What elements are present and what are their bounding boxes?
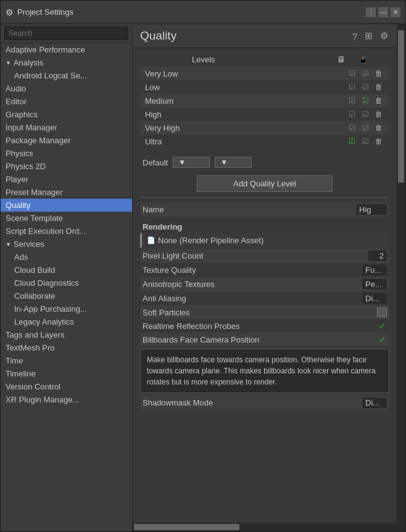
sidebar-item-editor[interactable]: Editor <box>1 95 132 108</box>
property-label: Shadowmask Mode <box>143 398 362 407</box>
default-row: Default ▼ ▼ <box>140 154 389 170</box>
add-quality-level-button[interactable]: Add Quality Level <box>197 175 333 192</box>
panel-header: Quality ? ⊞ ⚙ <box>133 24 397 48</box>
delete-quality-button[interactable]: 🗑 <box>373 95 384 106</box>
sidebar-item-android-logcat[interactable]: Android Logcat Se... <box>1 69 132 82</box>
sidebar-search-input[interactable] <box>4 27 128 40</box>
delete-quality-button[interactable]: 🗑 <box>373 81 384 93</box>
sidebar-item-analysis[interactable]: ▼ Analysis <box>1 56 132 69</box>
dropdown-arrow: ▼ <box>178 158 186 167</box>
sidebar-item-script-execution[interactable]: Script Execution Ord... <box>1 225 132 238</box>
scroll-thumb-horizontal <box>134 524 239 530</box>
quality-checks: ☑ ☑ 🗑 <box>346 81 387 93</box>
sidebar-item-timeline[interactable]: Timeline <box>1 367 132 380</box>
name-value: Hig <box>356 204 387 215</box>
sidebar-item-input-manager[interactable]: Input Manager <box>1 121 132 134</box>
divider <box>140 197 389 197</box>
default-label: Default <box>143 158 168 167</box>
sidebar-item-time[interactable]: Time <box>1 354 132 367</box>
close-button[interactable]: ✕ <box>391 7 400 17</box>
sidebar-item-ads[interactable]: Ads <box>1 251 132 264</box>
soft-particles-checkbox[interactable] <box>377 307 387 317</box>
render-pipeline-row[interactable]: 📄 None (Render Pipeline Asset) <box>140 233 389 247</box>
delete-quality-button[interactable]: 🗑 <box>373 109 384 120</box>
property-value: Di... <box>362 293 387 304</box>
property-value: 2 <box>368 251 387 261</box>
property-label: Soft Particles <box>143 308 377 317</box>
sidebar-item-physics[interactable]: Physics <box>1 147 132 160</box>
desktop-check-icon: ☑ <box>346 109 357 120</box>
default-dropdowns: ▼ ▼ <box>173 157 252 168</box>
realtime-reflection-checkbox[interactable] <box>377 321 387 331</box>
property-value: Pe... <box>362 279 387 289</box>
sidebar-item-in-app-purchasing[interactable]: In-App Purchasing... <box>1 302 132 315</box>
sidebar-item-legacy-analytics[interactable]: Legacy Analytics <box>1 315 132 328</box>
quality-row-ultra: Ultra ☑ ☑ 🗑 <box>140 135 389 148</box>
delete-quality-button[interactable]: 🗑 <box>373 136 384 147</box>
mobile-platform-icon: 📱 <box>358 54 368 64</box>
delete-quality-button[interactable]: 🗑 <box>373 68 384 79</box>
sidebar-item-xr-plugin[interactable]: XR Plugin Manage... <box>1 393 132 406</box>
settings-icon-button[interactable]: ⚙ <box>379 29 389 43</box>
horizontal-scrollbar[interactable] <box>133 523 397 531</box>
sidebar-item-analysis-label: Analysis <box>14 58 43 67</box>
billboards-checkbox[interactable] <box>377 335 387 344</box>
sidebar-item-preset-manager[interactable]: Preset Manager <box>1 186 132 199</box>
quality-level-name: Medium <box>143 96 346 106</box>
property-row-anisotropic: Anisotropic Textures Pe... <box>140 277 389 291</box>
default-mobile-dropdown[interactable]: ▼ <box>215 157 252 168</box>
content-area: Adaptive Performance ▼ Analysis Android … <box>1 24 405 531</box>
sidebar: Adaptive Performance ▼ Analysis Android … <box>1 24 133 531</box>
sidebar-item-package-manager[interactable]: Package Manager <box>1 134 132 147</box>
sidebar-item-player[interactable]: Player <box>1 173 132 186</box>
quality-row-very-high: Very High ☑ ☑ 🗑 <box>140 121 389 135</box>
quality-level-name: Very Low <box>143 69 346 78</box>
quality-levels-table: Very Low ☑ ☑ 🗑 Low ☑ <box>140 67 389 148</box>
sidebar-item-cloud-build[interactable]: Cloud Build <box>1 264 132 276</box>
layout-icon-button[interactable]: ⊞ <box>363 29 374 43</box>
sidebar-item-tags-layers[interactable]: Tags and Layers <box>1 328 132 341</box>
sidebar-item-audio[interactable]: Audio <box>1 82 132 95</box>
panel-title: Quality <box>140 29 176 43</box>
property-label: Realtime Reflection Probes <box>143 322 377 331</box>
menu-button[interactable]: ⋮ <box>366 7 376 17</box>
vertical-scrollbar[interactable] <box>397 24 405 531</box>
default-desktop-dropdown[interactable]: ▼ <box>173 157 210 168</box>
sidebar-item-graphics[interactable]: Graphics <box>1 108 132 121</box>
quality-row-very-low: Very Low ☑ ☑ 🗑 <box>140 67 389 80</box>
quality-checks: ☑ ☑ 🗑 <box>346 109 387 120</box>
quality-level-name: Ultra <box>143 137 346 146</box>
window-controls: ⋮ — ✕ <box>366 7 400 17</box>
title-bar: ⚙ Project Settings ⋮ — ✕ <box>1 1 405 24</box>
mobile-check-icon: ☑ <box>360 68 371 79</box>
main-inner: Quality ? ⊞ ⚙ Levels 🖥 📱 <box>133 24 405 531</box>
render-pipeline-value: None (Render Pipeline Asset) <box>158 236 263 245</box>
sidebar-item-quality[interactable]: Quality <box>1 199 132 212</box>
sidebar-item-services[interactable]: ▼ Services <box>1 238 132 251</box>
sidebar-item-version-control[interactable]: Version Control <box>1 380 132 393</box>
minimize-button[interactable]: — <box>378 7 388 17</box>
platform-icons: 🖥 📱 <box>337 54 387 64</box>
help-icon-button[interactable]: ? <box>351 30 358 43</box>
sidebar-item-adaptive-performance[interactable]: Adaptive Performance <box>1 43 132 56</box>
property-row-pixel-light: Pixel Light Count 2 <box>140 249 389 263</box>
quality-checks: ☑ ☑ 🗑 <box>346 95 387 106</box>
levels-label: Levels <box>143 55 337 64</box>
panel-header-icons: ? ⊞ ⚙ <box>351 29 389 43</box>
quality-level-name: High <box>143 110 346 119</box>
name-label: Name <box>143 205 356 214</box>
property-label: Texture Quality <box>143 265 362 275</box>
delete-quality-button[interactable]: 🗑 <box>373 122 384 133</box>
sidebar-item-cloud-diagnostics[interactable]: Cloud Diagnostics <box>1 276 132 289</box>
desktop-check-icon: ☑ <box>346 68 357 79</box>
sidebar-item-scene-template[interactable]: Scene Template <box>1 212 132 225</box>
sidebar-item-physics-2d[interactable]: Physics 2D <box>1 160 132 173</box>
quality-checks: ☑ ☑ 🗑 <box>346 136 387 147</box>
window-icon: ⚙ <box>6 7 14 17</box>
sidebar-item-textmesh-pro[interactable]: TextMesh Pro <box>1 341 132 354</box>
property-label: Billboards Face Camera Position <box>143 335 377 344</box>
panel-content: Levels 🖥 📱 Very Low ☑ <box>133 48 397 523</box>
desktop-check-icon: ☑ <box>346 122 357 133</box>
sidebar-item-collaborate[interactable]: Collaborate <box>1 289 132 302</box>
dropdown-arrow: ▼ <box>220 158 228 167</box>
